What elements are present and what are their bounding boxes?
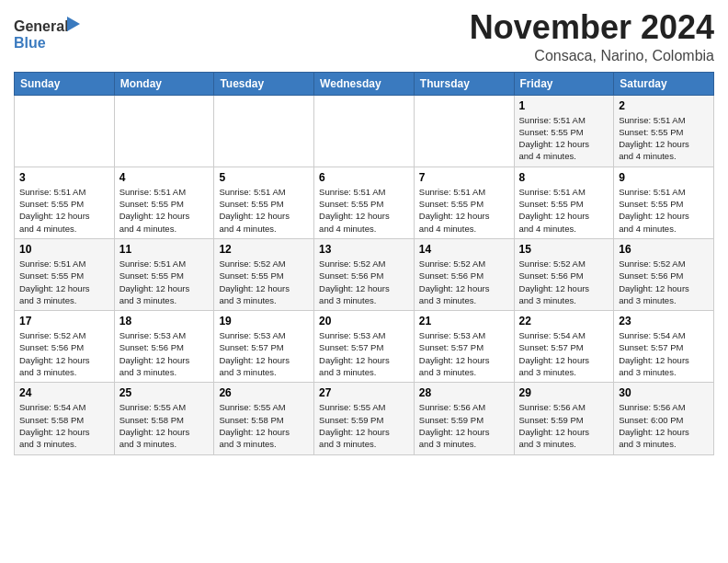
day-info: Sunrise: 5:51 AM Sunset: 5:55 PM Dayligh… [519, 114, 609, 163]
calendar-day-cell: 27Sunrise: 5:55 AM Sunset: 5:59 PM Dayli… [314, 383, 415, 454]
day-info: Sunrise: 5:52 AM Sunset: 5:56 PM Dayligh… [519, 258, 609, 306]
day-info: Sunrise: 5:55 AM Sunset: 5:59 PM Dayligh… [319, 401, 409, 450]
calendar-day-cell: 1Sunrise: 5:51 AM Sunset: 5:55 PM Daylig… [514, 95, 614, 167]
day-info: Sunrise: 5:52 AM Sunset: 5:56 PM Dayligh… [19, 329, 109, 378]
day-info: Sunrise: 5:55 AM Sunset: 5:58 PM Dayligh… [119, 401, 210, 450]
calendar-day-cell: 9Sunrise: 5:51 AM Sunset: 5:55 PM Daylig… [614, 167, 714, 238]
day-info: Sunrise: 5:52 AM Sunset: 5:56 PM Dayligh… [319, 258, 409, 306]
day-number: 14 [419, 243, 509, 256]
day-number: 18 [119, 315, 210, 327]
day-info: Sunrise: 5:53 AM Sunset: 5:56 PM Dayligh… [119, 329, 210, 378]
day-info: Sunrise: 5:51 AM Sunset: 5:55 PM Dayligh… [519, 186, 609, 235]
day-number: 1 [519, 99, 609, 112]
day-info: Sunrise: 5:53 AM Sunset: 5:57 PM Dayligh… [219, 329, 309, 378]
day-number: 9 [619, 171, 709, 184]
day-info: Sunrise: 5:54 AM Sunset: 5:57 PM Dayligh… [619, 329, 709, 378]
day-number: 17 [19, 315, 109, 327]
day-number: 12 [219, 243, 309, 256]
day-number: 29 [519, 386, 609, 399]
logo-svg: General Blue [14, 15, 80, 53]
header: General Blue November 2024 Consaca, Nari… [14, 9, 714, 64]
calendar-day-cell [314, 95, 415, 167]
calendar-day-cell: 18Sunrise: 5:53 AM Sunset: 5:56 PM Dayli… [114, 311, 214, 383]
calendar-day-cell: 15Sunrise: 5:52 AM Sunset: 5:56 PM Dayli… [514, 238, 614, 310]
month-title: November 2024 [470, 9, 714, 46]
calendar-day-cell: 2Sunrise: 5:51 AM Sunset: 5:55 PM Daylig… [614, 95, 714, 167]
calendar-day-cell [15, 95, 115, 167]
calendar-day-cell: 28Sunrise: 5:56 AM Sunset: 5:59 PM Dayli… [414, 383, 514, 454]
svg-marker-1 [67, 17, 80, 31]
calendar-day-cell: 10Sunrise: 5:51 AM Sunset: 5:55 PM Dayli… [15, 238, 115, 310]
day-number: 11 [119, 243, 210, 256]
day-info: Sunrise: 5:51 AM Sunset: 5:55 PM Dayligh… [319, 186, 409, 235]
calendar-day-cell: 12Sunrise: 5:52 AM Sunset: 5:55 PM Dayli… [214, 238, 314, 310]
day-info: Sunrise: 5:53 AM Sunset: 5:57 PM Dayligh… [319, 329, 409, 378]
calendar-day-cell: 20Sunrise: 5:53 AM Sunset: 5:57 PM Dayli… [314, 311, 415, 383]
calendar-day-cell: 21Sunrise: 5:53 AM Sunset: 5:57 PM Dayli… [414, 311, 514, 383]
calendar-week-row: 1Sunrise: 5:51 AM Sunset: 5:55 PM Daylig… [15, 95, 714, 167]
calendar-week-row: 24Sunrise: 5:54 AM Sunset: 5:58 PM Dayli… [15, 383, 714, 454]
calendar-day-cell: 17Sunrise: 5:52 AM Sunset: 5:56 PM Dayli… [15, 311, 115, 383]
day-number: 8 [519, 171, 609, 184]
day-info: Sunrise: 5:52 AM Sunset: 5:56 PM Dayligh… [619, 258, 709, 306]
calendar-day-cell: 6Sunrise: 5:51 AM Sunset: 5:55 PM Daylig… [314, 167, 415, 238]
day-info: Sunrise: 5:51 AM Sunset: 5:55 PM Dayligh… [19, 186, 109, 235]
calendar-day-cell: 8Sunrise: 5:51 AM Sunset: 5:55 PM Daylig… [514, 167, 614, 238]
logo: General Blue [14, 15, 80, 53]
day-number: 30 [619, 386, 709, 399]
day-info: Sunrise: 5:51 AM Sunset: 5:55 PM Dayligh… [419, 186, 509, 235]
svg-text:Blue: Blue [14, 35, 46, 51]
calendar-day-cell: 29Sunrise: 5:56 AM Sunset: 5:59 PM Dayli… [514, 383, 614, 454]
calendar-day-cell [414, 95, 514, 167]
weekday-header-monday: Monday [114, 72, 214, 95]
day-number: 27 [319, 386, 409, 399]
calendar-week-row: 17Sunrise: 5:52 AM Sunset: 5:56 PM Dayli… [15, 311, 714, 383]
day-info: Sunrise: 5:55 AM Sunset: 5:58 PM Dayligh… [219, 401, 309, 450]
day-info: Sunrise: 5:51 AM Sunset: 5:55 PM Dayligh… [19, 258, 109, 306]
day-info: Sunrise: 5:56 AM Sunset: 5:59 PM Dayligh… [519, 401, 609, 450]
day-number: 7 [419, 171, 509, 184]
calendar-day-cell: 14Sunrise: 5:52 AM Sunset: 5:56 PM Dayli… [414, 238, 514, 310]
day-number: 23 [619, 315, 709, 327]
calendar-day-cell: 30Sunrise: 5:56 AM Sunset: 6:00 PM Dayli… [614, 383, 714, 454]
calendar-day-cell: 22Sunrise: 5:54 AM Sunset: 5:57 PM Dayli… [514, 311, 614, 383]
weekday-header-row: SundayMondayTuesdayWednesdayThursdayFrid… [15, 72, 714, 95]
day-info: Sunrise: 5:53 AM Sunset: 5:57 PM Dayligh… [419, 329, 509, 378]
day-number: 3 [19, 171, 109, 184]
location: Consaca, Narino, Colombia [470, 48, 714, 64]
calendar-day-cell: 7Sunrise: 5:51 AM Sunset: 5:55 PM Daylig… [414, 167, 514, 238]
day-number: 16 [619, 243, 709, 256]
calendar-day-cell: 16Sunrise: 5:52 AM Sunset: 5:56 PM Dayli… [614, 238, 714, 310]
calendar-week-row: 3Sunrise: 5:51 AM Sunset: 5:55 PM Daylig… [15, 167, 714, 238]
weekday-header-sunday: Sunday [15, 72, 115, 95]
calendar-day-cell: 19Sunrise: 5:53 AM Sunset: 5:57 PM Dayli… [214, 311, 314, 383]
day-number: 6 [319, 171, 409, 184]
day-info: Sunrise: 5:51 AM Sunset: 5:55 PM Dayligh… [619, 186, 709, 235]
day-number: 22 [519, 315, 609, 327]
day-info: Sunrise: 5:52 AM Sunset: 5:56 PM Dayligh… [419, 258, 509, 306]
svg-text:General: General [14, 18, 69, 34]
day-info: Sunrise: 5:54 AM Sunset: 5:58 PM Dayligh… [19, 401, 109, 450]
day-info: Sunrise: 5:56 AM Sunset: 5:59 PM Dayligh… [419, 401, 509, 450]
day-number: 4 [119, 171, 210, 184]
calendar-day-cell: 4Sunrise: 5:51 AM Sunset: 5:55 PM Daylig… [114, 167, 214, 238]
weekday-header-thursday: Thursday [414, 72, 514, 95]
title-block: November 2024 Consaca, Narino, Colombia [470, 9, 714, 64]
calendar-week-row: 10Sunrise: 5:51 AM Sunset: 5:55 PM Dayli… [15, 238, 714, 310]
calendar-table: SundayMondayTuesdayWednesdayThursdayFrid… [14, 72, 714, 455]
page: General Blue November 2024 Consaca, Nari… [0, 0, 728, 563]
day-info: Sunrise: 5:54 AM Sunset: 5:57 PM Dayligh… [519, 329, 609, 378]
calendar-day-cell: 11Sunrise: 5:51 AM Sunset: 5:55 PM Dayli… [114, 238, 214, 310]
day-number: 26 [219, 386, 309, 399]
day-number: 28 [419, 386, 509, 399]
weekday-header-wednesday: Wednesday [314, 72, 415, 95]
day-number: 15 [519, 243, 609, 256]
day-info: Sunrise: 5:52 AM Sunset: 5:55 PM Dayligh… [219, 258, 309, 306]
day-number: 5 [219, 171, 309, 184]
calendar-day-cell: 23Sunrise: 5:54 AM Sunset: 5:57 PM Dayli… [614, 311, 714, 383]
day-info: Sunrise: 5:56 AM Sunset: 6:00 PM Dayligh… [619, 401, 709, 450]
calendar-day-cell: 5Sunrise: 5:51 AM Sunset: 5:55 PM Daylig… [214, 167, 314, 238]
day-number: 10 [19, 243, 109, 256]
calendar-day-cell: 26Sunrise: 5:55 AM Sunset: 5:58 PM Dayli… [214, 383, 314, 454]
calendar-day-cell: 3Sunrise: 5:51 AM Sunset: 5:55 PM Daylig… [15, 167, 115, 238]
